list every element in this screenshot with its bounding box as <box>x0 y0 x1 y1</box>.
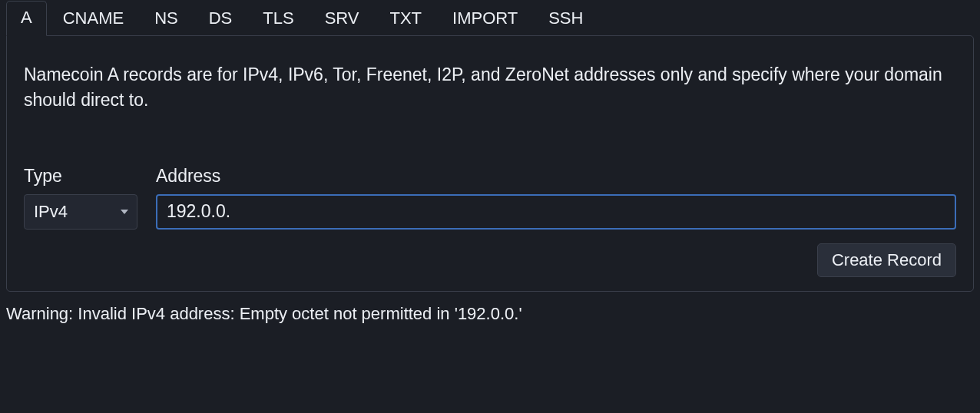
record-type-tabs: A CNAME NS DS TLS SRV TXT IMPORT SSH <box>0 0 980 35</box>
create-record-button[interactable]: Create Record <box>817 243 956 277</box>
tab-ns[interactable]: NS <box>140 2 193 36</box>
tab-label: A <box>21 8 32 27</box>
tab-label: DS <box>209 8 233 28</box>
type-field-group: Type IPv4 <box>24 166 137 230</box>
record-form-panel: Namecoin A records are for IPv4, IPv6, T… <box>6 35 974 292</box>
type-select[interactable]: IPv4 <box>24 194 137 230</box>
tab-label: TLS <box>263 8 293 28</box>
address-input[interactable] <box>156 194 956 230</box>
tab-ssh[interactable]: SSH <box>534 2 598 36</box>
tab-txt[interactable]: TXT <box>375 2 436 36</box>
form-row: Type IPv4 Address <box>24 166 956 230</box>
tab-label: CNAME <box>63 8 124 28</box>
tab-label: SRV <box>325 8 359 28</box>
tab-label: SSH <box>548 8 583 28</box>
tab-label: TXT <box>389 8 422 28</box>
type-select-wrap: IPv4 <box>24 194 137 230</box>
status-message: Warning: Invalid IPv4 address: Empty oct… <box>0 292 980 324</box>
form-actions: Create Record <box>24 243 956 277</box>
tab-import[interactable]: IMPORT <box>438 2 532 36</box>
tab-ds[interactable]: DS <box>194 2 247 36</box>
tab-label: IMPORT <box>452 8 518 28</box>
address-field-group: Address <box>156 166 956 230</box>
tab-label: NS <box>154 8 178 28</box>
tab-a[interactable]: A <box>6 1 47 36</box>
record-description: Namecoin A records are for IPv4, IPv6, T… <box>24 62 945 114</box>
tab-srv[interactable]: SRV <box>310 2 374 36</box>
address-label: Address <box>156 166 956 187</box>
type-label: Type <box>24 166 137 187</box>
tab-tls[interactable]: TLS <box>248 2 308 36</box>
tab-cname[interactable]: CNAME <box>48 2 138 36</box>
